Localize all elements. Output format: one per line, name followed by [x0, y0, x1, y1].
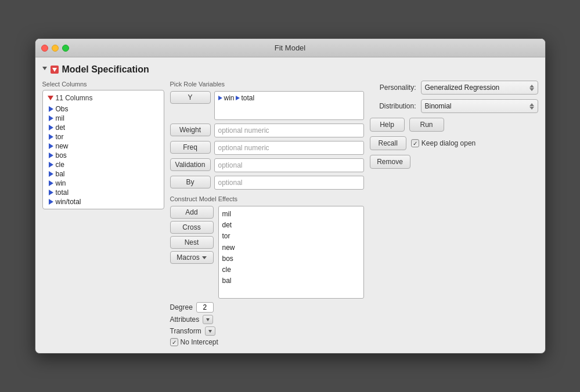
personality-row: Personality: Generalized Regression	[370, 81, 538, 95]
run-button[interactable]: Run	[409, 118, 444, 132]
col-name: bos	[56, 151, 67, 159]
field-type-icon	[218, 96, 222, 100]
by-button[interactable]: By	[170, 176, 211, 188]
add-button[interactable]: Add	[170, 206, 214, 219]
y-button[interactable]: Y	[170, 91, 211, 104]
construct-section: Construct Model Effects Add Cross Nest M…	[170, 195, 364, 346]
macros-arrow-icon	[202, 256, 207, 259]
validation-field[interactable]: optional	[214, 158, 364, 172]
effect-item: cle	[222, 264, 360, 275]
col-type-icon	[49, 190, 53, 195]
attributes-label: Attributes	[170, 315, 200, 324]
intercept-row: No Intercept	[170, 338, 364, 346]
title-bar: Fit Model	[35, 39, 545, 57]
list-item[interactable]: win	[46, 179, 160, 188]
construct-buttons: Add Cross Nest Macros	[170, 206, 214, 299]
by-field[interactable]: optional	[214, 176, 364, 190]
validation-button[interactable]: Validation	[170, 158, 211, 171]
list-item[interactable]: bal	[46, 169, 160, 179]
section-title: Model Specification	[62, 64, 149, 75]
middle-panel: Pick Role Variables Y win total	[170, 81, 364, 346]
help-button[interactable]: Help	[370, 118, 405, 132]
dropdown-arrow-icon	[206, 318, 210, 321]
right-panel: Personality: Generalized Regression Dist…	[370, 81, 538, 346]
no-intercept-label: No Intercept	[181, 338, 218, 346]
effect-item: bos	[222, 253, 360, 264]
list-item[interactable]: win/total	[46, 197, 160, 206]
y-field[interactable]: win total	[214, 91, 364, 120]
by-placeholder: optional	[218, 179, 243, 187]
nest-button[interactable]: Nest	[170, 236, 214, 249]
list-item[interactable]: total	[46, 188, 160, 197]
construct-label: Construct Model Effects	[170, 195, 364, 202]
col-type-icon	[49, 143, 53, 149]
col-type-icon	[49, 180, 53, 186]
transform-label: Transform	[170, 327, 201, 335]
col-name: mil	[56, 114, 64, 122]
col-name: win/total	[56, 198, 81, 206]
macros-button[interactable]: Macros	[170, 251, 214, 264]
personality-arrows-icon	[529, 85, 534, 91]
keep-dialog-checkbox[interactable]	[411, 139, 419, 147]
list-item[interactable]: mil	[46, 114, 160, 123]
column-list: Obs mil det tor	[45, 104, 161, 206]
columns-box: 11 Columns Obs mil det	[42, 90, 164, 209]
validation-placeholder: optional	[218, 161, 243, 169]
weight-placeholder: optional numeric	[218, 126, 269, 135]
attributes-dropdown[interactable]	[203, 315, 213, 324]
left-panel: Select Columns 11 Columns Obs mil	[42, 81, 164, 346]
maximize-button[interactable]	[62, 45, 69, 52]
col-name: cle	[56, 161, 64, 169]
freq-button[interactable]: Freq	[170, 141, 211, 154]
keep-dialog-label: Keep dialog open	[422, 139, 475, 147]
cross-button[interactable]: Cross	[170, 221, 214, 234]
distribution-label: Distribution:	[370, 102, 416, 110]
effect-item: mil	[222, 209, 360, 220]
field-type-icon	[236, 96, 240, 100]
degree-label: Degree	[170, 303, 193, 311]
list-item[interactable]: det	[46, 123, 160, 132]
recall-button[interactable]: Recall	[370, 136, 406, 150]
distribution-arrows-icon	[529, 103, 534, 110]
traffic-lights	[41, 45, 69, 52]
effects-box[interactable]: mil det tor new bos cle bal	[218, 206, 364, 299]
list-item[interactable]: bos	[46, 151, 160, 160]
col-name: total	[56, 188, 69, 197]
list-item[interactable]: Obs	[46, 104, 160, 114]
freq-placeholder: optional numeric	[218, 144, 269, 152]
distribution-row: Distribution: Binomial	[370, 99, 538, 113]
y-value-total: total	[236, 94, 255, 102]
col-name: Obs	[56, 105, 69, 113]
transform-dropdown[interactable]	[205, 326, 215, 336]
col-name: det	[56, 124, 66, 132]
list-item[interactable]: cle	[46, 160, 160, 169]
freq-field[interactable]: optional numeric	[214, 141, 364, 155]
list-item[interactable]: tor	[46, 132, 160, 141]
disclosure-triangle[interactable]	[42, 67, 47, 72]
col-type-icon	[49, 162, 53, 168]
degree-input[interactable]	[196, 302, 214, 313]
col-name: new	[56, 142, 69, 150]
personality-label: Personality:	[370, 84, 416, 92]
construct-layout: Add Cross Nest Macros mil det tor	[170, 206, 364, 299]
distribution-dropdown[interactable]: Binomial	[421, 99, 538, 113]
close-button[interactable]	[41, 45, 48, 52]
collapse-icon[interactable]	[48, 96, 53, 100]
main-layout: Select Columns 11 Columns Obs mil	[42, 81, 538, 346]
weight-button[interactable]: Weight	[170, 124, 211, 136]
weight-field[interactable]: optional numeric	[214, 124, 364, 137]
effect-item: det	[222, 220, 360, 231]
personality-dropdown[interactable]: Generalized Regression	[421, 81, 538, 95]
section-icon	[51, 66, 59, 74]
remove-button[interactable]: Remove	[370, 155, 410, 169]
window-title: Fit Model	[275, 43, 305, 52]
personality-value: Generalized Regression	[425, 84, 500, 92]
no-intercept-checkbox[interactable]	[170, 338, 178, 346]
freq-role-row: Freq optional numeric	[170, 141, 364, 155]
remove-row: Remove	[370, 155, 538, 169]
effect-item: tor	[222, 231, 360, 242]
col-type-icon	[49, 106, 53, 112]
main-window: Fit Model Model Specification Select Col…	[35, 38, 546, 354]
list-item[interactable]: new	[46, 141, 160, 151]
minimize-button[interactable]	[52, 45, 59, 52]
